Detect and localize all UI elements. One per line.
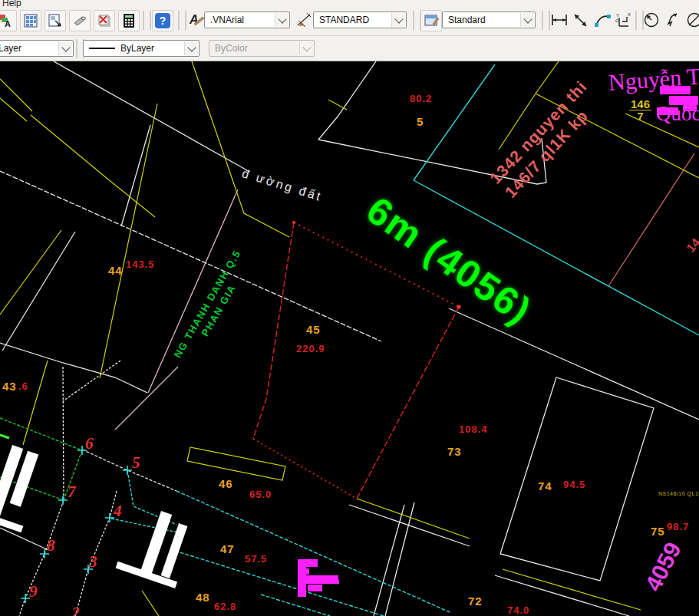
linetype-control-combo[interactable]: ByLayer [83,40,199,57]
vertex-number: 3 [89,554,97,570]
parcel-area: 62.8 [214,601,236,611]
dim-style-value: STANDARD [319,15,369,25]
linetype-sample-icon [89,48,115,49]
layer-delete-icon[interactable] [94,10,115,31]
house-number-fraction: 146 7 [629,98,651,122]
text-style-value: .VNArial [210,15,244,25]
combo-arrow-icon[interactable] [520,13,534,27]
toolbar-separator [178,11,186,30]
parcel-area: 98.7 [667,522,689,532]
parcel-area: 80.2 [410,94,432,104]
note-small-label: NS148/10 QL1K [658,491,699,496]
table-style-value: Standard [448,15,486,25]
parcel-id: 46 [219,478,233,489]
cad-application-window: Help A ? A .VNArial [0,0,699,616]
parcel-id: 48 [196,591,210,603]
parcel-id: 43 [2,380,17,392]
parcel-id: 44 [108,265,123,276]
extrude-icon[interactable] [69,10,91,31]
calculator-icon[interactable] [118,10,140,31]
toolbar-properties: ByLayer ByLayer ByColor [0,36,699,61]
parcel-id: 72 [468,595,483,607]
pink-boundary-lines [115,153,694,430]
combo-arrow-icon[interactable] [184,41,198,55]
combo-arrow-icon [299,41,313,55]
linetype-control-value: ByLayer [120,43,154,54]
parcel-area: 57.5 [245,554,267,564]
parcel-id: 47 [220,543,235,555]
parcel-area: 220.9 [296,344,325,354]
svg-text:O: O [615,18,619,23]
parcel-area: .6 [18,381,28,391]
vertex-number: 9 [29,584,38,600]
diameter-dimension-icon[interactable] [684,10,699,30]
named-view-icon[interactable] [45,10,66,31]
svg-text:?: ? [160,15,167,27]
combo-arrow-icon[interactable] [391,13,405,27]
combo-arrow-icon[interactable] [58,41,72,55]
parcel-id: 45 [306,324,321,335]
dim-style-combo[interactable]: STANDARD [313,12,407,28]
parcel-area: 108.4 [459,424,488,434]
match-properties-icon[interactable]: A [0,10,17,31]
table-style-combo[interactable]: Standard [442,12,536,28]
vertex-number: 6 [85,436,94,452]
arc-length-dimension-icon[interactable] [592,10,612,30]
vertex-number: 7 [68,484,76,500]
parcel-area: 74.0 [507,605,529,615]
radius-dimension-icon[interactable] [641,10,661,30]
drawing-canvas[interactable]: đ ường đất 6m (4056) NG THANH DANH Q.5 P… [0,61,699,616]
parcel-area: 143.5 [126,259,155,269]
svg-text:X: X [628,12,631,17]
parcel-id: 73 [447,446,462,457]
toolbar-separator [143,11,151,30]
plotstyle-control-value: ByColor [215,43,248,54]
table-style-icon[interactable] [420,10,442,31]
linear-dimension-icon[interactable] [549,10,569,30]
vertex-number: 2 [71,605,80,616]
text-style-combo[interactable]: .VNArial [204,12,290,28]
color-control-combo[interactable]: ByLayer [0,40,74,57]
dim-style-icon[interactable] [295,10,315,30]
ordinate-dimension-icon[interactable]: YXO [614,10,634,30]
vertex-number: 8 [47,538,55,554]
yellow-parcel-lines [0,61,699,616]
combo-arrow-icon[interactable] [275,13,289,27]
cadastral-linework [0,61,699,616]
parcel-id: 5 [417,116,424,127]
white-parcel-lines [0,61,699,616]
plotstyle-control-combo: ByColor [209,40,315,57]
group-grid-icon[interactable] [20,10,41,31]
svg-text:A: A [5,19,11,28]
aligned-dimension-icon[interactable] [571,10,591,30]
parcel-id: 74 [538,480,552,492]
parcel-area: 65.0 [249,489,272,499]
parcel-area: 94.5 [563,479,585,489]
color-control-value: ByLayer [0,43,21,54]
parcel-id: 75 [651,525,665,537]
svg-text:Y: Y [616,13,619,18]
street-name-large: Quốc [656,104,699,124]
vertex-cross-markers [21,446,132,603]
vertex-number: 5 [132,455,140,471]
jogged-dimension-icon[interactable] [663,10,683,30]
vertex-number: 4 [114,503,122,519]
help-icon[interactable]: ? [152,10,173,31]
toolbar-standard: A ? A .VNArial [0,8,699,36]
